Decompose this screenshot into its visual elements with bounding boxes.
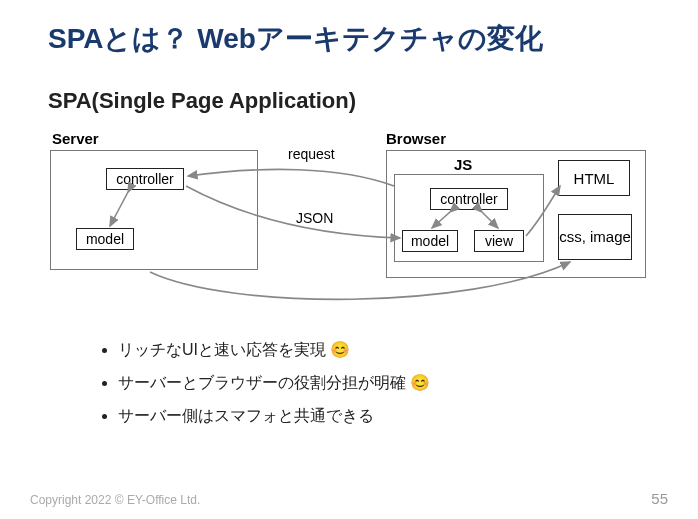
list-item: リッチなUIと速い応答を実現 😊 xyxy=(118,340,650,361)
list-item: サーバー側はスマフォと共通できる xyxy=(118,406,650,427)
list-item: サーバーとブラウザーの役割分担が明確 😊 xyxy=(118,373,650,394)
smile-icon: 😊 xyxy=(330,341,350,358)
spa-diagram: Server Browser controller model JS contr… xyxy=(50,130,650,320)
page-subtitle: SPA(Single Page Application) xyxy=(48,88,650,114)
server-label: Server xyxy=(52,130,99,147)
json-label: JSON xyxy=(296,210,333,226)
server-model-box: model xyxy=(76,228,134,250)
bullet-text: リッチなUIと速い応答を実現 xyxy=(118,341,326,358)
browser-label: Browser xyxy=(386,130,446,147)
bullet-text: サーバー側はスマフォと共通できる xyxy=(118,407,374,424)
server-controller-box: controller xyxy=(106,168,184,190)
page-number: 55 xyxy=(651,490,668,507)
page-title: SPAとは？ Webアーキテクチャの変化 xyxy=(48,20,650,58)
browser-model-box: model xyxy=(402,230,458,252)
browser-controller-box: controller xyxy=(430,188,508,210)
js-label: JS xyxy=(454,156,472,173)
browser-view-box: view xyxy=(474,230,524,252)
request-label: request xyxy=(288,146,335,162)
smile-icon: 😊 xyxy=(410,374,430,391)
bullet-list: リッチなUIと速い応答を実現 😊 サーバーとブラウザーの役割分担が明確 😊 サー… xyxy=(118,340,650,427)
bullet-text: サーバーとブラウザーの役割分担が明確 xyxy=(118,374,406,391)
copyright-footer: Copyright 2022 © EY-Office Ltd. xyxy=(30,493,200,507)
html-box: HTML xyxy=(558,160,630,196)
css-image-box: css, image xyxy=(558,214,632,260)
